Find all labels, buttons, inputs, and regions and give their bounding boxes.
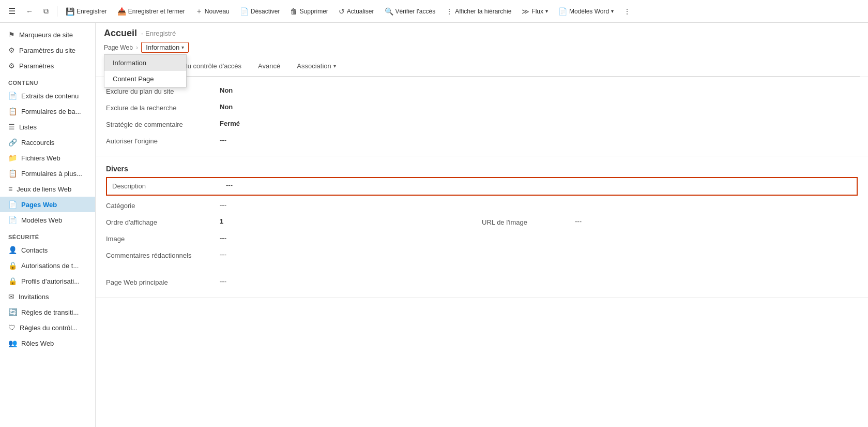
page-header: Accueil - Enregistré Page Web › Informat…	[96, 23, 868, 77]
sidebar-item-parametres-site[interactable]: ⚙ Paramètres du site	[0, 42, 95, 58]
modeles-label: Modèles Word	[569, 8, 609, 15]
save-close-label: Enregistrer et fermer	[128, 8, 185, 15]
save-close-button[interactable]: 📥 Enregistrer et fermer	[113, 5, 189, 18]
more-button[interactable]: ⋮	[620, 6, 634, 17]
hierarchy-button[interactable]: ⋮ Afficher la hiérarchie	[441, 5, 515, 18]
modeles-button[interactable]: 📄 Modèles Word ▾	[554, 5, 618, 18]
sidebar-item-roles-web[interactable]: 👥 Rôles Web	[0, 335, 95, 351]
url-image-label: URL de l'image	[482, 217, 575, 226]
modeles-arrow-icon: ▾	[611, 8, 614, 14]
tab-association[interactable]: Association ▾	[290, 57, 343, 76]
refresh-label: Actualiser	[347, 8, 374, 15]
copy-button[interactable]: ⧉	[39, 5, 53, 18]
sidebar-item-formulaires-plus[interactable]: 📋 Formulaires à plus...	[0, 166, 95, 181]
sidebar-item-marqueurs[interactable]: ⚑ Marqueurs de site	[0, 27, 95, 42]
sidebar-item-pages-web[interactable]: 📄 Pages Web	[0, 197, 95, 212]
section-divers-title: Divers	[106, 163, 858, 173]
refresh-button[interactable]: ↺ Actualiser	[334, 5, 378, 18]
formulaires-ba-icon: 📋	[8, 107, 17, 115]
sidebar-item-label: Listes	[19, 123, 37, 131]
tab-avance-label: Avancé	[258, 62, 280, 70]
separator	[57, 6, 57, 17]
dropdown-item-information[interactable]: Information	[104, 55, 186, 71]
form-row-exclure-plan: Exclure du plan du site Non	[106, 83, 858, 100]
sidebar-item-regles-transiti[interactable]: 🔄 Règles de transiti...	[0, 304, 95, 320]
save-close-icon: 📥	[117, 7, 126, 16]
form-row-categorie: Catégorie ---	[106, 198, 858, 214]
delete-button[interactable]: 🗑 Supprimer	[286, 5, 332, 18]
deactivate-icon: 📄	[240, 7, 249, 16]
new-icon: ＋	[195, 7, 203, 16]
verify-icon: 🔍	[385, 7, 393, 16]
formulaires-plus-icon: 📋	[8, 169, 17, 178]
extraits-icon: 📄	[8, 92, 17, 100]
ordre-label: Ordre d'affichage	[106, 217, 220, 226]
sidebar-item-label: Règles du contrôl...	[20, 324, 78, 332]
sidebar-item-jeux-liens[interactable]: ≡ Jeux de liens Web	[0, 181, 95, 197]
raccourcis-icon: 🔗	[8, 138, 17, 146]
new-button[interactable]: ＋ Nouveau	[191, 5, 234, 18]
sidebar-item-modeles-web[interactable]: 📄 Modèles Web	[0, 212, 95, 228]
sidebar-item-label: Paramètres	[19, 62, 54, 70]
sidebar-item-label: Formulaires de ba...	[21, 108, 81, 115]
sidebar-item-formulaires-ba[interactable]: 📋 Formulaires de ba...	[0, 104, 95, 119]
sidebar-item-label: Pages Web	[21, 201, 57, 209]
form-row-strategie: Stratégie de commentaire Fermé	[106, 116, 858, 133]
sidebar-item-label: Règles de transiti...	[21, 308, 79, 316]
autoriser-origine-label: Autoriser l'origine	[106, 136, 220, 145]
dropdown-arrow-icon: ▾	[181, 45, 184, 50]
sidebar-item-parametres[interactable]: ⚙ Paramètres	[0, 58, 95, 73]
more-icon: ⋮	[624, 8, 630, 15]
sidebar-item-label: Rôles Web	[21, 340, 54, 347]
invitations-icon: ✉	[8, 292, 14, 301]
form-section-divers: Divers Description --- Catégorie --- Ord…	[96, 156, 868, 298]
flux-button[interactable]: ≫ Flux ▾	[517, 5, 552, 18]
page-type-dropdown[interactable]: Information ▾	[141, 42, 189, 53]
verify-label: Vérifier l'accès	[395, 8, 436, 15]
form-row-image: Image ---	[106, 231, 858, 247]
hierarchy-label: Afficher la hiérarchie	[455, 8, 511, 15]
url-image-value: ---	[575, 217, 582, 225]
autorisations-t-icon: 🔒	[8, 261, 17, 270]
deactivate-button[interactable]: 📄 Désactiver	[236, 5, 284, 18]
dropdown-item-content-page[interactable]: Content Page	[104, 71, 186, 87]
sidebar-item-profils[interactable]: 🔒 Profils d'autorisati...	[0, 273, 95, 289]
content-body: Exclure du plan du site Non Exclure de l…	[96, 77, 868, 427]
sidebar-item-autorisations-t[interactable]: 🔒 Autorisations de t...	[0, 258, 95, 273]
image-label: Image	[106, 234, 220, 243]
save-label: Enregistrer	[77, 8, 107, 15]
copy-icon: ⧉	[43, 7, 49, 16]
regles-transiti-icon: 🔄	[8, 308, 17, 316]
sidebar-item-raccourcis[interactable]: 🔗 Raccourcis	[0, 135, 95, 150]
sidebar: ⚑ Marqueurs de site ⚙ Paramètres du site…	[0, 23, 96, 427]
sidebar-item-contacts[interactable]: 👤 Contacts	[0, 242, 95, 258]
sidebar-item-label: Paramètres du site	[19, 47, 75, 54]
description-value: ---	[226, 181, 233, 189]
back-button[interactable]: ←	[22, 5, 37, 18]
sidebar-item-regles-controle[interactable]: 🛡 Règles du contrôl...	[0, 320, 95, 335]
exclure-recherche-label: Exclure de la recherche	[106, 103, 220, 112]
hamburger-menu[interactable]: ☰	[4, 4, 20, 18]
flux-arrow-icon: ▾	[545, 8, 548, 14]
ordre-value: 1	[220, 217, 223, 225]
save-icon: 💾	[66, 7, 74, 16]
sidebar-item-fichiers-web[interactable]: 📁 Fichiers Web	[0, 150, 95, 166]
exclure-plan-label: Exclure du plan du site	[106, 86, 220, 95]
flux-label: Flux	[531, 8, 543, 15]
sidebar-item-extraits[interactable]: 📄 Extraits de contenu	[0, 88, 95, 104]
pages-web-icon: 📄	[8, 200, 17, 209]
form-row-description-highlighted: Description ---	[106, 177, 858, 196]
sidebar-item-listes[interactable]: ☰ Listes	[0, 119, 95, 135]
categorie-label: Catégorie	[106, 201, 220, 210]
flux-icon: ≫	[522, 7, 529, 16]
save-button[interactable]: 💾 Enregistrer	[62, 5, 111, 18]
page-type-value: Information	[146, 43, 179, 51]
page-principale-label: Page Web principale	[106, 277, 220, 286]
delete-label: Supprimer	[299, 8, 328, 15]
verify-button[interactable]: 🔍 Vérifier l'accès	[380, 5, 440, 18]
page-title-row: Accueil - Enregistré	[104, 28, 860, 39]
tab-avance[interactable]: Avancé	[251, 57, 287, 76]
page-type-row: Page Web › Information ▾ Information Con…	[104, 42, 860, 53]
tab-association-inner: Association ▾	[297, 62, 336, 70]
sidebar-item-invitations[interactable]: ✉ Invitations	[0, 289, 95, 304]
